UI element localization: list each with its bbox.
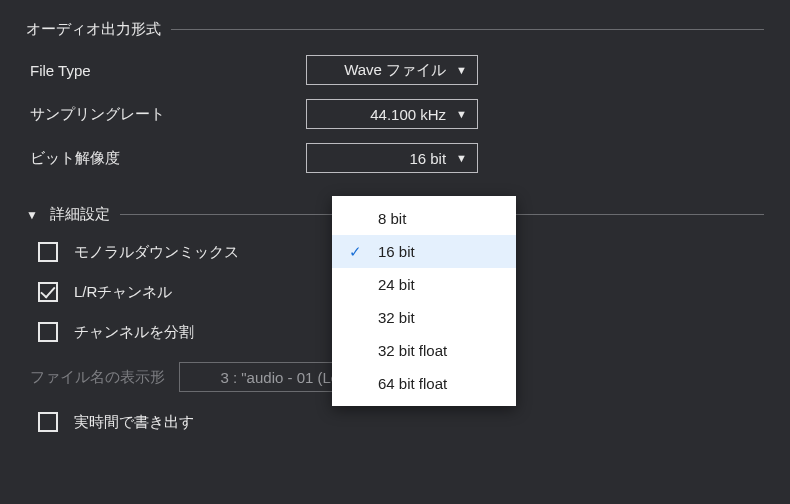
menu-item-8bit[interactable]: 8 bit [332,202,516,235]
dropdown-file-type-value: Wave ファイル [344,61,446,80]
label-realtime-export: 実時間で書き出す [74,413,194,432]
collapse-icon: ▼ [26,208,38,222]
dropdown-file-type[interactable]: Wave ファイル ▼ [306,55,478,85]
checkbox-split-channels[interactable] [38,322,58,342]
menu-item-label: 64 bit float [378,375,447,392]
dropdown-sample-rate-value: 44.100 kHz [370,106,446,123]
row-file-type: File Type Wave ファイル ▼ [26,55,764,85]
menu-item-32bit-float[interactable]: 32 bit float [332,334,516,367]
dropdown-bit-depth-value: 16 bit [409,150,446,167]
section-title-output: オーディオ出力形式 [26,20,161,39]
section-header-output: オーディオ出力形式 [26,20,764,39]
row-realtime-export: 実時間で書き出す [26,412,764,432]
menu-item-16bit[interactable]: ✓ 16 bit [332,235,516,268]
check-icon: ✓ [346,243,364,261]
menu-item-label: 8 bit [378,210,406,227]
label-bit-depth: ビット解像度 [26,149,306,168]
label-mono-downmix: モノラルダウンミックス [74,243,239,262]
dropdown-bit-depth[interactable]: 16 bit ▼ [306,143,478,173]
checkbox-lr-channel[interactable] [38,282,58,302]
menu-item-label: 16 bit [378,243,415,260]
checkbox-realtime-export[interactable] [38,412,58,432]
menu-item-24bit[interactable]: 24 bit [332,268,516,301]
chevron-down-icon: ▼ [456,108,467,120]
chevron-down-icon: ▼ [456,64,467,76]
menu-item-64bit-float[interactable]: 64 bit float [332,367,516,400]
checkbox-mono-downmix[interactable] [38,242,58,262]
label-sample-rate: サンプリングレート [26,105,306,124]
row-sample-rate: サンプリングレート 44.100 kHz ▼ [26,99,764,129]
divider [171,29,764,30]
menu-item-label: 24 bit [378,276,415,293]
chevron-down-icon: ▼ [456,152,467,164]
label-filename-format: ファイル名の表示形 [30,368,165,387]
menu-bit-depth: 8 bit ✓ 16 bit 24 bit 32 bit 32 bit floa… [332,196,516,406]
label-lr-channel: L/Rチャンネル [74,283,172,302]
row-bit-depth: ビット解像度 16 bit ▼ [26,143,764,173]
label-file-type: File Type [26,62,306,79]
menu-item-32bit[interactable]: 32 bit [332,301,516,334]
menu-item-label: 32 bit [378,309,415,326]
menu-item-label: 32 bit float [378,342,447,359]
section-title-advanced: 詳細設定 [50,205,110,224]
label-split-channels: チャンネルを分割 [74,323,194,342]
dropdown-sample-rate[interactable]: 44.100 kHz ▼ [306,99,478,129]
